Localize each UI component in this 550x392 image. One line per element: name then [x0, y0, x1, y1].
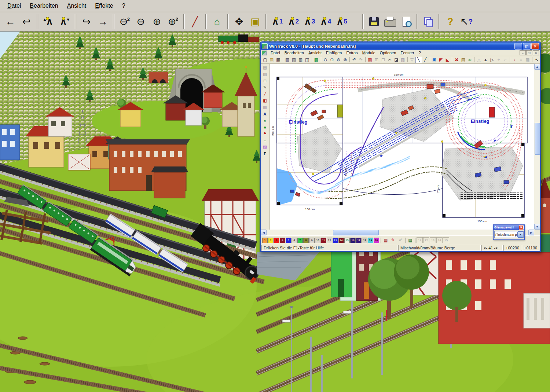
zoom-out-button[interactable]: ⊖	[133, 14, 149, 30]
wt-ballast-button[interactable]: ▤	[460, 57, 466, 63]
wt-redo-button[interactable]: ↷	[358, 57, 364, 63]
wt-grid-button[interactable]: ⊞	[373, 57, 380, 63]
camera-position-1-button[interactable]: ∧1	[269, 14, 285, 30]
color-swatch[interactable]: 17	[356, 238, 362, 243]
help-button[interactable]: ?	[442, 14, 458, 30]
forward-button[interactable]: →	[95, 14, 111, 30]
gradient-tool-button[interactable]: ╱	[187, 14, 203, 30]
observer-lower-button[interactable]: ∧▾	[56, 14, 73, 30]
wt-signal-button[interactable]: ▲	[482, 57, 489, 63]
track-system-select[interactable]: Fleischmann pi ▼	[494, 231, 524, 238]
wt-measure-button[interactable]: ⌐	[502, 57, 509, 63]
wt-menu-extras[interactable]: Extras	[344, 50, 360, 55]
wt-menu-einfuegen[interactable]: Einfügen	[324, 50, 344, 55]
plan-canvas[interactable]: 350 cm 200 cm 100 cm 50 cm 70 cm 150 cm …	[270, 64, 534, 230]
color-swatch[interactable]: 18	[362, 238, 367, 243]
layer-button-11[interactable]: 11	[417, 237, 423, 243]
wt-add-button[interactable]: +	[495, 57, 502, 63]
wt-page-setup-button[interactable]: ▧	[297, 57, 304, 63]
layer-button-12[interactable]: 12	[423, 237, 429, 243]
text-tool-button[interactable]: A	[261, 111, 269, 117]
layer-book-button[interactable]: ▤	[407, 237, 414, 243]
layer-button-13[interactable]: 13	[430, 237, 436, 243]
wt-parallel-track-button[interactable]: ≋	[466, 57, 473, 63]
scroll-left-button[interactable]: ◀	[261, 230, 267, 235]
menu-datei[interactable]: Datei	[3, 1, 25, 10]
tunnel-button[interactable]: ◧	[261, 98, 269, 104]
wt-list-button[interactable]: ≡	[518, 57, 524, 63]
color-swatch[interactable]: 15	[344, 238, 350, 243]
wt-snap-button[interactable]: ⊟	[380, 57, 386, 63]
color-swatch[interactable]: 5	[286, 238, 291, 243]
camera-position-2-button[interactable]: ∧2	[285, 14, 301, 30]
wt-track-library-button[interactable]: ▣	[431, 57, 438, 63]
snapshot-button[interactable]: ▣	[247, 14, 263, 30]
menu-effekte[interactable]: Effekte	[91, 1, 118, 10]
fit-view-button[interactable]: ✥	[231, 14, 247, 30]
color-swatch[interactable]: 14	[338, 238, 344, 243]
color-swatch[interactable]: 13	[333, 238, 338, 243]
horizontal-scroll-thumb[interactable]	[333, 230, 379, 235]
back-arrow-button[interactable]: ←	[2, 14, 18, 30]
wt-menu-bearbeiten[interactable]: Bearbeiten	[282, 50, 306, 55]
wt-open-file-button[interactable]: ▤	[268, 57, 275, 63]
color-swatch[interactable]: 3	[274, 238, 279, 243]
wt-menu-datei[interactable]: Datei	[268, 50, 282, 55]
function-key-button[interactable]: F	[261, 150, 269, 157]
conifer-tool-button[interactable]: ♠	[261, 117, 269, 124]
zoom-out-2x-button[interactable]: ⊖2	[117, 14, 133, 30]
marker-pen-button[interactable]: ✎	[390, 237, 396, 243]
color-swatch[interactable]: 6	[292, 238, 297, 243]
scroll-down-button[interactable]: ▼	[534, 224, 540, 230]
wt-line-tool-button[interactable]: ╱	[422, 57, 429, 63]
menu-ansicht[interactable]: Ansicht	[63, 1, 91, 10]
color-swatch[interactable]: 16	[350, 238, 356, 243]
context-help-button[interactable]: ↖?	[458, 14, 474, 30]
wt-zoom-out-button[interactable]: ⊖	[322, 57, 329, 63]
wt-zoom-section-button[interactable]: ⊘	[335, 57, 342, 63]
wt-paste-button[interactable]: ▧	[400, 57, 406, 63]
wt-filter-button[interactable]: ▽	[409, 57, 415, 63]
color-swatch[interactable]: 4	[280, 238, 285, 243]
wt-menu-help[interactable]: ?	[417, 50, 423, 55]
color-swatch[interactable]: 19	[368, 238, 373, 243]
print-preview-button[interactable]	[398, 14, 414, 30]
wt-route-button[interactable]: ▷	[489, 57, 495, 63]
wt-table-button[interactable]: ▦	[524, 57, 531, 63]
wt-copy-button[interactable]: ◪	[393, 57, 400, 63]
mdi-minimize-button[interactable]: –	[520, 50, 526, 55]
wall-button[interactable]: ▥	[261, 104, 269, 110]
color-swatch[interactable]: 9	[309, 238, 315, 243]
turn-right-button[interactable]: ↪	[78, 14, 95, 30]
wt-export-button[interactable]: ◫	[304, 57, 311, 63]
flatten-button[interactable]: ⊟	[261, 78, 269, 84]
wt-menu-ansicht[interactable]: Ansicht	[306, 50, 324, 55]
back-page-button[interactable]: ↩	[18, 14, 34, 30]
terrain-button[interactable]: ▤	[261, 65, 269, 71]
wt-contact-button[interactable]: △	[476, 57, 482, 63]
texture-button[interactable]: ▨	[261, 71, 269, 77]
zoom-in-button[interactable]: ⊕	[149, 14, 165, 30]
gleisauswahl-close-icon[interactable]: ✕	[519, 225, 524, 230]
close-button[interactable]: ✕	[531, 43, 539, 50]
wt-cut-button[interactable]: ✂	[386, 57, 393, 63]
gleisauswahl-titlebar[interactable]: Gleisauswahl ✕	[494, 225, 524, 230]
color-swatch[interactable]: 1	[262, 238, 268, 243]
scroll-up-button[interactable]: ▲	[534, 64, 540, 70]
wt-menu-module[interactable]: Module	[360, 50, 378, 55]
color-swatch[interactable]: 12	[327, 238, 332, 243]
color-swatch[interactable]: 8	[303, 238, 309, 243]
wt-track-convert-button[interactable]: ◤	[438, 57, 444, 63]
copy-button[interactable]	[420, 14, 436, 30]
camera-position-3-button[interactable]: ∧3	[301, 14, 318, 30]
observer-raise-button[interactable]: ▴∧	[40, 14, 56, 30]
wt-save-file-button[interactable]: ▦	[275, 57, 282, 63]
color-swatch[interactable]: 7	[297, 238, 303, 243]
wt-menu-optionen[interactable]: Optionen	[378, 50, 399, 55]
color-swatch[interactable]: 2	[268, 238, 274, 243]
wt-height-button[interactable]: ↓	[511, 57, 518, 63]
minimize-button[interactable]: _	[514, 43, 522, 50]
wt-delete-track-button[interactable]: ✖	[453, 57, 460, 63]
chevron-down-icon[interactable]: ▼	[517, 231, 523, 238]
wt-select-tool-button[interactable]: ╲	[415, 57, 422, 63]
